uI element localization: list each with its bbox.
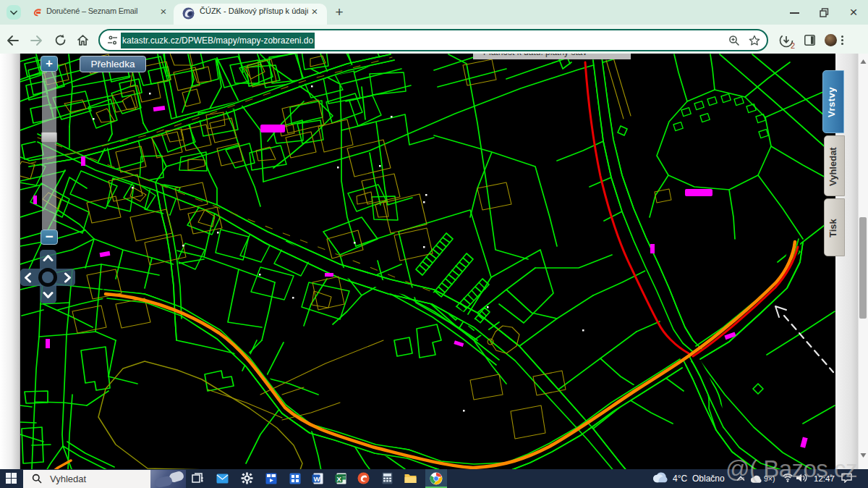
svg-text:X: X [337, 475, 342, 483]
svg-text:W: W [313, 475, 320, 483]
